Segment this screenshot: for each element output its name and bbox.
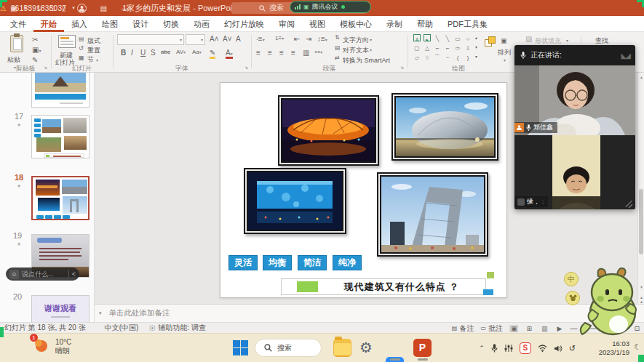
italic-button[interactable]: I — [131, 49, 133, 57]
taskbar-clock[interactable]: 16:03 2023/1/19 — [599, 339, 629, 357]
shape-down-arrow-icon[interactable]: ⇩ — [463, 44, 473, 53]
tray-expand-icon[interactable]: ⌃ — [479, 345, 485, 352]
shrink-font-button[interactable]: A˅ — [223, 36, 232, 43]
meeting-chat-bar[interactable]: ☺ 说点什么... < — [6, 268, 79, 281]
thumbnail-slide-18[interactable] — [31, 176, 90, 220]
language-indicator[interactable]: 中文(中国) — [105, 323, 139, 333]
meeting-panel-header[interactable]: 正在讲话: ◣◢ — [514, 45, 635, 65]
layout-label[interactable]: 版式 — [87, 36, 100, 46]
arrange-icon[interactable]: ▣ — [501, 38, 507, 44]
panel-resize-handle[interactable] — [624, 199, 633, 208]
numbering-icon[interactable]: 1≡▾ — [275, 36, 284, 41]
reset-icon[interactable]: ↺ — [79, 46, 84, 52]
font-name-combo[interactable]: ▾ — [117, 34, 184, 45]
shape-fill-dropdown-icon[interactable]: ▾ — [566, 36, 568, 44]
thumbnail-slide-16[interactable] — [31, 73, 90, 108]
powerpoint-app-icon[interactable]: P — [413, 339, 432, 357]
clipboard-dialog-launcher-icon[interactable]: ⇘ — [44, 65, 47, 70]
layout-icon[interactable]: ▤ — [79, 36, 84, 42]
text-box-icon[interactable]: A — [412, 34, 422, 44]
underline-button[interactable]: U — [140, 49, 146, 57]
tab-insert[interactable]: 插入 — [64, 16, 95, 32]
tray-mic-icon[interactable] — [491, 344, 498, 353]
align-text-dropdown-icon[interactable]: ▾ — [370, 46, 372, 53]
font-dialog-launcher-icon[interactable]: ⇘ — [245, 65, 248, 70]
line-spacing-icon[interactable]: ↕≡▾ — [317, 36, 327, 43]
speaker-icon[interactable] — [554, 345, 562, 353]
tab-file[interactable]: 文件 — [3, 16, 33, 32]
animation-star-icon[interactable]: ★ — [17, 122, 21, 128]
shapes-scroll-down-icon[interactable]: ▾ — [475, 45, 477, 49]
tab-design[interactable]: 设计 — [125, 16, 156, 32]
clear-formatting-button[interactable]: A — [236, 36, 241, 43]
columns-icon[interactable]: ▥ — [303, 49, 309, 57]
image-water-cube[interactable] — [244, 168, 346, 234]
thumbnail-number-18[interactable]: 18 — [15, 173, 23, 182]
change-case-button[interactable]: Aa▾ — [192, 49, 202, 55]
label-pure[interactable]: 纯净 — [333, 255, 362, 270]
tab-draw[interactable]: 绘图 — [95, 16, 125, 32]
text-direction-dropdown-icon[interactable]: ▾ — [370, 36, 372, 43]
shapes-scroll-up-icon[interactable]: ▴ — [475, 36, 477, 40]
night-mode-icon[interactable]: ☾ — [634, 342, 641, 352]
decrease-indent-icon[interactable]: ⇤ — [294, 36, 300, 43]
reset-label[interactable]: 重置 — [87, 46, 100, 55]
meeting-video-panel[interactable]: 正在讲话: ◣◢ 郑佳鑫 — [514, 45, 635, 209]
shapes-gallery[interactable]: A ▸ ╲ ╲ ▭ ○ ▢ △ ⌐ ⌐ ⇨ ⇩ ▱ ☆ ⌒ ~ { } — [412, 34, 473, 63]
scrollbar-thumb[interactable] — [639, 189, 643, 254]
align-text-icon[interactable]: ▤ — [335, 45, 341, 51]
meeting-floating-pill[interactable]: ▣ 腾讯会议 — [290, 1, 371, 13]
view-normal-icon[interactable]: ▣ — [509, 325, 519, 332]
tab-home[interactable]: 开始 — [33, 16, 64, 32]
thumbnail-number-19[interactable]: 19 — [13, 231, 22, 240]
tab-review[interactable]: 审阅 — [271, 16, 302, 32]
new-slide-button[interactable] — [58, 35, 76, 48]
notes-collapse-icon[interactable]: ▾ — [99, 310, 102, 316]
shape-fill-icon[interactable]: ▨ — [525, 36, 532, 43]
shape-brace-left-icon[interactable]: { — [453, 53, 463, 63]
file-explorer-icon[interactable] — [333, 339, 351, 357]
shape-curve-icon[interactable]: ~ — [442, 53, 453, 63]
justify-icon[interactable]: ≡ — [291, 49, 295, 57]
shape-right-arrow-icon[interactable]: ⇨ — [453, 44, 463, 53]
thumbnail-number-17[interactable]: 17 — [15, 112, 23, 121]
shapes-more-icon[interactable]: ▾ — [475, 55, 477, 59]
label-flexible[interactable]: 灵活 — [228, 255, 258, 270]
section-dropdown-icon[interactable]: ▾ — [96, 56, 98, 63]
paste-button[interactable] — [10, 35, 23, 52]
shape-triangle-icon[interactable]: △ — [422, 44, 432, 53]
action-button-icon[interactable]: ▸ — [422, 34, 432, 44]
font-color-button[interactable]: A▾ — [226, 49, 233, 59]
align-center-icon[interactable]: ≡ — [268, 49, 272, 57]
quick-styles-icon[interactable] — [485, 36, 498, 48]
scroll-up-icon[interactable]: ▲ — [638, 75, 644, 79]
cut-icon[interactable]: ✂ — [32, 36, 38, 44]
animation-star-icon[interactable]: ★ — [17, 241, 21, 247]
thumbnail-slide-20[interactable]: 谢谢观看 — [31, 295, 90, 322]
tab-view[interactable]: 视图 — [302, 16, 333, 32]
text-direction-label[interactable]: 文字方向 — [343, 36, 369, 45]
redo-icon[interactable]: ↻ — [36, 4, 42, 12]
format-painter-icon[interactable]: ✎ — [32, 57, 38, 64]
taskbar-search[interactable]: 搜索 — [255, 339, 322, 357]
align-right-icon[interactable]: ≡ — [279, 49, 284, 57]
grow-font-button[interactable]: A˄ — [210, 36, 219, 43]
notes-pane[interactable]: ▾ 单击此处添加备注 — [95, 304, 644, 322]
animation-star-icon[interactable]: ★ — [17, 183, 21, 189]
ribbon-display-options-icon[interactable]: ▤ — [92, 0, 114, 16]
shape-rectangle-icon[interactable]: ▭ — [453, 34, 463, 44]
copy-icon[interactable]: ▣▾ — [32, 47, 41, 54]
align-left-icon[interactable]: ≡ — [256, 49, 261, 57]
shape-rounded-rect-icon[interactable]: ▢ — [412, 44, 422, 53]
shape-parallelogram-icon[interactable]: ▱ — [412, 53, 422, 63]
new-file-icon[interactable]: ▯ — [62, 4, 66, 12]
smartart-icon[interactable]: ⇄ — [335, 55, 340, 61]
shape-line-icon[interactable]: ╲ — [432, 34, 442, 44]
qat-dropdown-icon[interactable]: ▾ — [72, 5, 75, 11]
image-birds-nest-stadium[interactable] — [278, 95, 379, 166]
tray-sync-icon[interactable]: ↺ — [569, 344, 576, 353]
start-slideshow-icon[interactable]: ⊡ — [49, 4, 55, 12]
start-button[interactable] — [233, 340, 248, 355]
text-direction-icon[interactable]: ⇅ — [335, 35, 340, 41]
shape-arrow-icon[interactable]: ╲ — [442, 34, 453, 44]
